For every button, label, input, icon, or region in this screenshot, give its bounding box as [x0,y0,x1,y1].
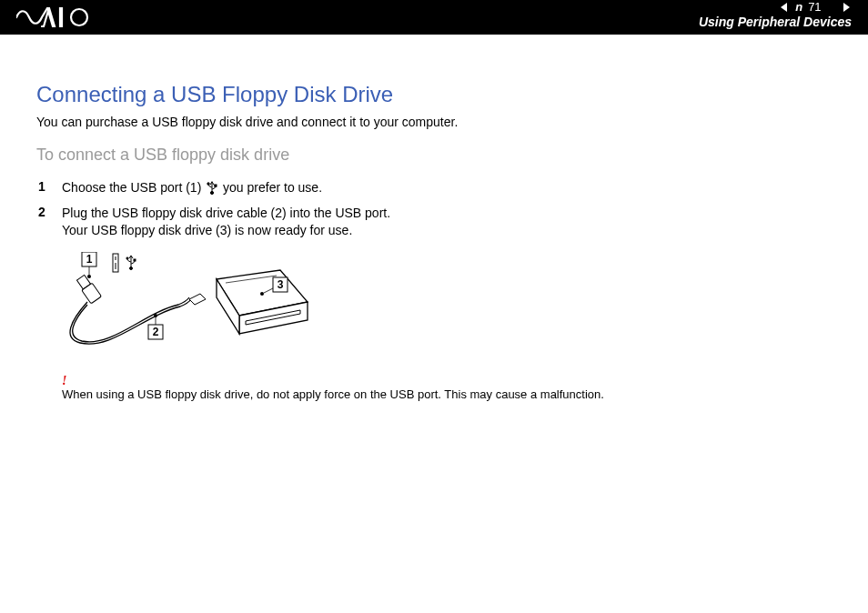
header-page-nav: n 71 N [779,0,852,14]
svg-point-19 [154,314,157,317]
svg-point-0 [71,9,87,25]
svg-point-7 [87,275,91,278]
svg-point-4 [211,191,214,194]
lead-paragraph: You can purchase a USB floppy disk drive… [36,115,804,129]
prev-page-icon[interactable] [779,2,790,13]
step-body: Choose the USB port (1) you prefer to us… [62,179,322,199]
vaio-logo [16,7,98,27]
subsection-title: To connect a USB floppy disk drive [36,146,804,165]
vaio-logo-graphic [16,7,98,27]
callout-3: 3 [278,278,284,291]
svg-rect-15 [134,259,136,261]
steps-list: 1 Choose the USB port (1) you prefer to … [36,179,804,239]
step-item: 1 Choose the USB port (1) you prefer to … [36,179,804,199]
step-text-post: you prefer to use. [219,180,322,195]
step-number: 1 [36,179,62,194]
warning-text: When using a USB floppy disk drive, do n… [62,387,604,401]
step-body: Plug the USB floppy disk drive cable (2)… [62,205,390,239]
page-title: Connecting a USB Floppy Disk Drive [36,82,804,107]
warning-icon: ! [62,374,804,388]
svg-point-2 [207,183,209,185]
section-title: Using Peripheral Devices [699,15,852,29]
svg-point-16 [130,266,133,269]
step-item: 2 Plug the USB floppy disk drive cable (… [36,205,804,239]
header-left [16,7,98,27]
page-header: n 71 N Using Peripheral Devices [0,0,868,35]
svg-point-14 [126,257,128,259]
illustration: 1 [62,252,804,361]
step-text-pre: Choose the USB port (1) [62,180,205,195]
step-number: 2 [36,205,62,219]
callout-1: 1 [86,253,93,266]
warning-block: ! When using a USB floppy disk drive, do… [62,374,804,401]
next-page-icon[interactable] [841,2,852,13]
page-number: 71 [808,0,821,14]
n-overlay: n [795,0,802,14]
usb-icon [207,180,217,199]
header-right: n 71 N Using Peripheral Devices [699,0,852,29]
svg-rect-3 [215,185,217,186]
page-content: Connecting a USB Floppy Disk Drive You c… [0,35,868,401]
svg-point-22 [260,292,264,296]
header-section-title: Using Peripheral Devices [699,15,852,29]
callout-2: 2 [153,326,159,338]
